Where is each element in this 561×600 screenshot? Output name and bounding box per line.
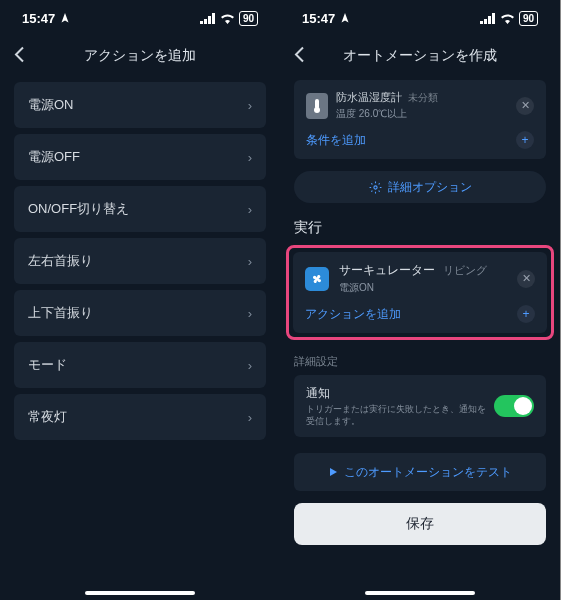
notification-card: 通知 トリガーまたは実行に失敗したとき、通知を受信します。 [294, 375, 546, 437]
back-button[interactable] [294, 46, 305, 67]
advanced-options-button[interactable]: 詳細オプション [294, 171, 546, 203]
action-label: ON/OFF切り替え [28, 200, 129, 218]
action-label: 電源OFF [28, 148, 80, 166]
location-icon [59, 12, 71, 24]
fan-icon [305, 267, 329, 291]
plus-icon: + [517, 305, 535, 323]
svg-rect-4 [480, 21, 483, 24]
action-row[interactable]: 上下首振り› [14, 290, 266, 336]
svg-rect-3 [212, 13, 215, 24]
add-action-row[interactable]: アクションを追加 + [305, 305, 535, 323]
play-icon [328, 467, 338, 477]
battery-icon: 90 [519, 11, 538, 26]
chevron-right-icon: › [248, 306, 252, 321]
action-row[interactable]: モード› [14, 342, 266, 388]
condition-card: 防水温湿度計未分類 温度 26.0℃以上 ✕ 条件を追加 + [294, 80, 546, 159]
test-automation-button[interactable]: このオートメーションをテスト [294, 453, 546, 491]
notify-title: 通知 [306, 385, 486, 402]
page-title: オートメーションを作成 [343, 47, 497, 65]
status-bar: 15:47 90 [280, 0, 560, 36]
action-row[interactable]: 電源OFF› [14, 134, 266, 180]
svg-rect-1 [204, 19, 207, 24]
svg-rect-5 [484, 19, 487, 24]
back-button[interactable] [14, 46, 25, 67]
exec-section-title: 実行 [294, 219, 546, 237]
chevron-right-icon: › [248, 254, 252, 269]
action-label: 常夜灯 [28, 408, 67, 426]
action-row[interactable]: 常夜灯› [14, 394, 266, 440]
status-time: 15:47 [302, 11, 335, 26]
notify-toggle[interactable] [494, 395, 534, 417]
wifi-icon [500, 13, 515, 24]
save-button[interactable]: 保存 [294, 503, 546, 545]
action-label: モード [28, 356, 67, 374]
test-label: このオートメーションをテスト [344, 464, 512, 481]
thermometer-icon [306, 93, 328, 119]
action-row[interactable]: ON/OFF切り替え› [14, 186, 266, 232]
remove-action-button[interactable]: ✕ [517, 270, 535, 288]
condition-tag: 未分類 [408, 92, 438, 103]
remove-condition-button[interactable]: ✕ [516, 97, 534, 115]
plus-icon: + [516, 131, 534, 149]
condition-name: 防水温湿度計 [336, 91, 402, 103]
condition-detail: 温度 26.0℃以上 [336, 107, 508, 121]
notify-desc: トリガーまたは実行に失敗したとき、通知を受信します。 [306, 404, 486, 427]
add-action-label: アクションを追加 [305, 306, 401, 323]
right-screen: 15:47 90 オートメーションを作成 防水温湿度計未分類 温度 26.0℃以… [280, 0, 560, 600]
condition-row[interactable]: 防水温湿度計未分類 温度 26.0℃以上 ✕ [306, 90, 534, 121]
svg-point-9 [314, 107, 320, 113]
add-condition-row[interactable]: 条件を追加 + [306, 131, 534, 149]
page-title: アクションを追加 [84, 47, 196, 65]
svg-rect-0 [200, 21, 203, 24]
action-label: 電源ON [28, 96, 74, 114]
exec-room: リビング [443, 264, 487, 276]
wifi-icon [220, 13, 235, 24]
battery-icon: 90 [239, 11, 258, 26]
chevron-left-icon [14, 46, 25, 64]
chevron-left-icon [294, 46, 305, 64]
svg-point-10 [373, 185, 376, 188]
add-condition-label: 条件を追加 [306, 132, 366, 149]
chevron-right-icon: › [248, 150, 252, 165]
chevron-right-icon: › [248, 410, 252, 425]
svg-rect-7 [492, 13, 495, 24]
svg-rect-2 [208, 16, 211, 24]
gear-icon [369, 181, 382, 194]
detail-section-title: 詳細設定 [294, 354, 546, 369]
home-indicator[interactable] [365, 591, 475, 595]
action-list: 電源ON› 電源OFF› ON/OFF切り替え› 左右首振り› 上下首振り› モ… [0, 76, 280, 446]
exec-action: 電源ON [339, 281, 507, 295]
action-row[interactable]: 左右首振り› [14, 238, 266, 284]
status-time: 15:47 [22, 11, 55, 26]
action-label: 左右首振り [28, 252, 93, 270]
save-label: 保存 [406, 515, 434, 533]
svg-rect-6 [488, 16, 491, 24]
home-indicator[interactable] [85, 591, 195, 595]
left-screen: 15:47 90 アクションを追加 電源ON› 電源OFF› ON/OFF切り替… [0, 0, 280, 600]
action-label: 上下首振り [28, 304, 93, 322]
status-bar: 15:47 90 [0, 0, 280, 36]
exec-device-row[interactable]: サーキュレーターリビング 電源ON ✕ [305, 262, 535, 295]
exec-device-name: サーキュレーター [339, 263, 435, 277]
chevron-right-icon: › [248, 358, 252, 373]
location-icon [339, 12, 351, 24]
highlighted-exec-box: サーキュレーターリビング 電源ON ✕ アクションを追加 + [286, 245, 554, 340]
action-row[interactable]: 電源ON› [14, 82, 266, 128]
advanced-options-label: 詳細オプション [388, 179, 472, 196]
nav-header: オートメーションを作成 [280, 36, 560, 76]
exec-card: サーキュレーターリビング 電源ON ✕ アクションを追加 + [293, 252, 547, 333]
signal-icon [200, 13, 216, 24]
chevron-right-icon: › [248, 202, 252, 217]
chevron-right-icon: › [248, 98, 252, 113]
signal-icon [480, 13, 496, 24]
nav-header: アクションを追加 [0, 36, 280, 76]
